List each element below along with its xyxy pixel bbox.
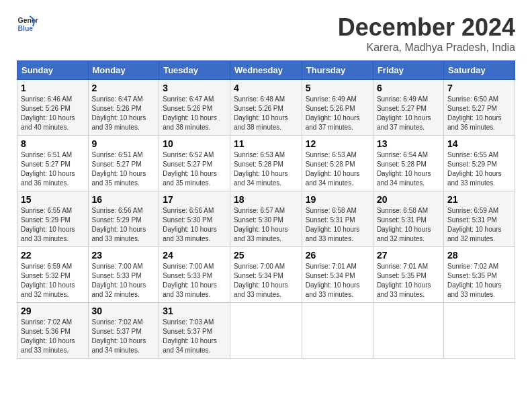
day-number: 23 — [92, 250, 156, 261]
day-info: Sunrise: 6:59 AMSunset: 5:32 PMDaylight:… — [21, 263, 75, 298]
day-info: Sunrise: 6:52 AMSunset: 5:27 PMDaylight:… — [163, 151, 217, 187]
calendar-cell — [230, 303, 302, 359]
day-info: Sunrise: 6:54 AMSunset: 5:28 PMDaylight:… — [377, 151, 431, 187]
day-info: Sunrise: 6:51 AMSunset: 5:27 PMDaylight:… — [21, 151, 75, 187]
calendar-cell: 20Sunrise: 6:58 AMSunset: 5:31 PMDayligh… — [373, 191, 443, 247]
calendar-cell: 9Sunrise: 6:51 AMSunset: 5:27 PMDaylight… — [88, 136, 159, 191]
calendar-cell: 31Sunrise: 7:03 AMSunset: 5:37 PMDayligh… — [159, 303, 230, 359]
day-number: 28 — [447, 250, 511, 261]
day-number: 22 — [21, 250, 85, 261]
day-number: 16 — [92, 194, 156, 205]
day-number: 12 — [306, 138, 369, 149]
day-info: Sunrise: 6:57 AMSunset: 5:30 PMDaylight:… — [234, 207, 288, 242]
day-number: 7 — [447, 83, 511, 93]
day-info: Sunrise: 7:03 AMSunset: 5:37 PMDaylight:… — [163, 318, 217, 354]
calendar-cell: 21Sunrise: 6:59 AMSunset: 5:31 PMDayligh… — [443, 191, 515, 247]
day-info: Sunrise: 7:02 AMSunset: 5:37 PMDaylight:… — [92, 318, 146, 354]
calendar-cell: 7Sunrise: 6:50 AMSunset: 5:27 PMDaylight… — [443, 80, 515, 136]
day-number: 20 — [377, 194, 440, 205]
calendar-cell: 11Sunrise: 6:53 AMSunset: 5:28 PMDayligh… — [230, 136, 302, 191]
calendar-cell: 4Sunrise: 6:48 AMSunset: 5:26 PMDaylight… — [230, 80, 302, 136]
day-info: Sunrise: 6:51 AMSunset: 5:27 PMDaylight:… — [92, 151, 146, 187]
day-info: Sunrise: 6:59 AMSunset: 5:31 PMDaylight:… — [447, 207, 502, 242]
col-monday: Monday — [88, 61, 159, 80]
col-sunday: Sunday — [17, 61, 89, 80]
day-info: Sunrise: 6:55 AMSunset: 5:29 PMDaylight:… — [21, 207, 75, 242]
calendar-week-row: 15Sunrise: 6:55 AMSunset: 5:29 PMDayligh… — [17, 191, 515, 247]
calendar-cell: 27Sunrise: 7:01 AMSunset: 5:35 PMDayligh… — [373, 247, 443, 303]
day-number: 5 — [306, 83, 369, 93]
day-number: 2 — [92, 83, 156, 93]
col-thursday: Thursday — [302, 61, 373, 80]
day-info: Sunrise: 7:01 AMSunset: 5:34 PMDaylight:… — [306, 263, 360, 298]
day-number: 21 — [447, 194, 511, 205]
calendar-cell: 12Sunrise: 6:53 AMSunset: 5:28 PMDayligh… — [302, 136, 373, 191]
day-number: 17 — [163, 194, 226, 205]
day-number: 30 — [92, 306, 156, 316]
day-info: Sunrise: 7:02 AMSunset: 5:35 PMDaylight:… — [447, 263, 502, 298]
calendar-cell: 1Sunrise: 6:46 AMSunset: 5:26 PMDaylight… — [17, 80, 89, 136]
day-number: 26 — [306, 250, 369, 261]
day-info: Sunrise: 6:58 AMSunset: 5:31 PMDaylight:… — [306, 207, 360, 242]
day-info: Sunrise: 6:47 AMSunset: 5:26 PMDaylight:… — [92, 95, 146, 131]
col-tuesday: Tuesday — [159, 61, 230, 80]
col-saturday: Saturday — [443, 61, 515, 80]
day-number: 4 — [234, 83, 298, 93]
day-number: 13 — [377, 138, 440, 149]
day-number: 6 — [377, 83, 440, 93]
calendar-table: Sunday Monday Tuesday Wednesday Thursday… — [17, 60, 515, 359]
header: General Blue December 2024 Karera, Madhy… — [17, 13, 515, 54]
title-area: December 2024 Karera, Madhya Pradesh, In… — [338, 13, 515, 54]
calendar-cell: 17Sunrise: 6:56 AMSunset: 5:30 PMDayligh… — [159, 191, 230, 247]
day-info: Sunrise: 7:00 AMSunset: 5:34 PMDaylight:… — [234, 263, 288, 298]
day-info: Sunrise: 6:55 AMSunset: 5:29 PMDaylight:… — [447, 151, 502, 187]
calendar-cell: 29Sunrise: 7:02 AMSunset: 5:36 PMDayligh… — [17, 303, 89, 359]
header-row: Sunday Monday Tuesday Wednesday Thursday… — [17, 61, 515, 80]
day-info: Sunrise: 6:58 AMSunset: 5:31 PMDaylight:… — [377, 207, 431, 242]
calendar-cell: 19Sunrise: 6:58 AMSunset: 5:31 PMDayligh… — [302, 191, 373, 247]
col-friday: Friday — [373, 61, 443, 80]
day-number: 29 — [21, 306, 85, 316]
calendar-cell: 28Sunrise: 7:02 AMSunset: 5:35 PMDayligh… — [443, 247, 515, 303]
day-number: 1 — [21, 83, 85, 93]
calendar-cell: 3Sunrise: 6:47 AMSunset: 5:26 PMDaylight… — [159, 80, 230, 136]
day-info: Sunrise: 6:53 AMSunset: 5:28 PMDaylight:… — [306, 151, 360, 187]
location-title: Karera, Madhya Pradesh, India — [338, 42, 515, 54]
day-info: Sunrise: 7:01 AMSunset: 5:35 PMDaylight:… — [377, 263, 431, 298]
day-number: 9 — [92, 138, 156, 149]
day-info: Sunrise: 6:47 AMSunset: 5:26 PMDaylight:… — [163, 95, 217, 131]
day-info: Sunrise: 6:56 AMSunset: 5:30 PMDaylight:… — [163, 207, 217, 242]
day-info: Sunrise: 6:49 AMSunset: 5:26 PMDaylight:… — [306, 95, 360, 131]
calendar-cell: 26Sunrise: 7:01 AMSunset: 5:34 PMDayligh… — [302, 247, 373, 303]
calendar-cell: 13Sunrise: 6:54 AMSunset: 5:28 PMDayligh… — [373, 136, 443, 191]
calendar-cell: 25Sunrise: 7:00 AMSunset: 5:34 PMDayligh… — [230, 247, 302, 303]
day-number: 11 — [234, 138, 298, 149]
calendar-cell: 22Sunrise: 6:59 AMSunset: 5:32 PMDayligh… — [17, 247, 89, 303]
day-number: 31 — [163, 306, 226, 316]
calendar-cell — [302, 303, 373, 359]
day-info: Sunrise: 6:50 AMSunset: 5:27 PMDaylight:… — [447, 95, 502, 131]
day-info: Sunrise: 6:46 AMSunset: 5:26 PMDaylight:… — [21, 95, 75, 131]
day-info: Sunrise: 6:56 AMSunset: 5:29 PMDaylight:… — [92, 207, 146, 242]
day-info: Sunrise: 7:00 AMSunset: 5:33 PMDaylight:… — [92, 263, 146, 298]
calendar-cell: 15Sunrise: 6:55 AMSunset: 5:29 PMDayligh… — [17, 191, 89, 247]
calendar-cell: 23Sunrise: 7:00 AMSunset: 5:33 PMDayligh… — [88, 247, 159, 303]
calendar-week-row: 1Sunrise: 6:46 AMSunset: 5:26 PMDaylight… — [17, 80, 515, 136]
day-info: Sunrise: 7:02 AMSunset: 5:36 PMDaylight:… — [21, 318, 75, 354]
day-number: 19 — [306, 194, 369, 205]
svg-text:Blue: Blue — [18, 25, 34, 32]
calendar-cell: 14Sunrise: 6:55 AMSunset: 5:29 PMDayligh… — [443, 136, 515, 191]
calendar-cell: 16Sunrise: 6:56 AMSunset: 5:29 PMDayligh… — [88, 191, 159, 247]
day-number: 15 — [21, 194, 85, 205]
day-number: 18 — [234, 194, 298, 205]
day-number: 24 — [163, 250, 226, 261]
calendar-cell: 30Sunrise: 7:02 AMSunset: 5:37 PMDayligh… — [88, 303, 159, 359]
calendar-cell: 10Sunrise: 6:52 AMSunset: 5:27 PMDayligh… — [159, 136, 230, 191]
calendar-cell: 5Sunrise: 6:49 AMSunset: 5:26 PMDaylight… — [302, 80, 373, 136]
calendar-cell: 6Sunrise: 6:49 AMSunset: 5:27 PMDaylight… — [373, 80, 443, 136]
logo: General Blue — [17, 13, 38, 35]
calendar-cell — [443, 303, 515, 359]
month-title: December 2024 — [338, 13, 515, 42]
day-number: 10 — [163, 138, 226, 149]
day-number: 8 — [21, 138, 85, 149]
